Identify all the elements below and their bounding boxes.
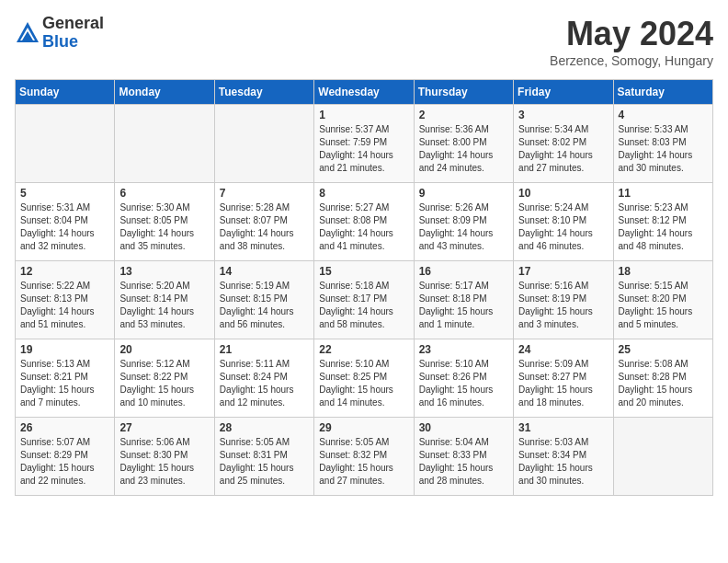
day-info: Sunrise: 5:16 AMSunset: 8:19 PMDaylight:… xyxy=(518,280,608,331)
calendar-cell: 1Sunrise: 5:37 AMSunset: 7:59 PMDaylight… xyxy=(314,105,414,183)
daylight-minutes: and 22 minutes. xyxy=(20,476,85,486)
day-number: 23 xyxy=(419,343,508,356)
sunrise-info: Sunrise: 5:13 AM xyxy=(20,359,90,369)
sunset-info: Sunset: 8:07 PM xyxy=(220,215,288,225)
sunrise-info: Sunrise: 5:07 AM xyxy=(20,437,90,447)
calendar-cell: 7Sunrise: 5:28 AMSunset: 8:07 PMDaylight… xyxy=(214,183,313,261)
day-number: 21 xyxy=(220,343,309,356)
sunset-info: Sunset: 8:28 PM xyxy=(619,372,687,382)
day-number: 30 xyxy=(419,421,508,434)
sunset-info: Sunset: 8:10 PM xyxy=(518,215,586,225)
day-number: 15 xyxy=(319,265,408,278)
daylight-minutes: and 46 minutes. xyxy=(518,241,584,251)
day-number: 16 xyxy=(419,265,508,278)
daylight-hours-label: Daylight: 15 hours xyxy=(20,385,95,395)
weekday-header-thursday: Thursday xyxy=(414,80,513,105)
daylight-minutes: and 38 minutes. xyxy=(220,241,285,251)
day-number: 22 xyxy=(319,343,408,356)
sunset-info: Sunset: 8:22 PM xyxy=(119,372,188,382)
sunrise-info: Sunrise: 5:12 AM xyxy=(119,359,189,369)
sunset-info: Sunset: 8:29 PM xyxy=(20,450,88,460)
calendar-cell: 27Sunrise: 5:06 AMSunset: 8:30 PMDayligh… xyxy=(115,418,214,496)
calendar-cell: 18Sunrise: 5:15 AMSunset: 8:20 PMDayligh… xyxy=(613,261,712,339)
calendar-cell: 15Sunrise: 5:18 AMSunset: 8:17 PMDayligh… xyxy=(314,261,414,339)
calendar-cell: 21Sunrise: 5:11 AMSunset: 8:24 PMDayligh… xyxy=(214,339,313,418)
calendar-cell: 14Sunrise: 5:19 AMSunset: 8:15 PMDayligh… xyxy=(214,261,313,339)
day-info: Sunrise: 5:11 AMSunset: 8:24 PMDaylight:… xyxy=(220,358,309,409)
daylight-hours-label: Daylight: 15 hours xyxy=(119,463,194,473)
day-info: Sunrise: 5:33 AMSunset: 8:03 PMDaylight:… xyxy=(619,123,708,175)
sunrise-info: Sunrise: 5:23 AM xyxy=(619,202,688,213)
sunrise-info: Sunrise: 5:28 AM xyxy=(220,202,290,213)
sunset-info: Sunset: 8:12 PM xyxy=(619,215,687,225)
sunset-info: Sunset: 8:30 PM xyxy=(119,450,188,460)
sunset-info: Sunset: 8:25 PM xyxy=(319,372,387,382)
calendar-cell: 25Sunrise: 5:08 AMSunset: 8:28 PMDayligh… xyxy=(613,339,712,418)
day-info: Sunrise: 5:10 AMSunset: 8:25 PMDaylight:… xyxy=(319,358,408,409)
calendar-cell: 11Sunrise: 5:23 AMSunset: 8:12 PMDayligh… xyxy=(613,183,712,261)
daylight-hours-label: Daylight: 14 hours xyxy=(119,228,194,238)
day-info: Sunrise: 5:23 AMSunset: 8:12 PMDaylight:… xyxy=(619,201,708,253)
logo: General Blue xyxy=(15,15,104,52)
daylight-minutes: and 30 minutes. xyxy=(518,476,584,486)
calendar-cell: 6Sunrise: 5:30 AMSunset: 8:05 PMDaylight… xyxy=(115,183,214,261)
daylight-minutes: and 51 minutes. xyxy=(20,319,85,329)
week-row-3: 12Sunrise: 5:22 AMSunset: 8:13 PMDayligh… xyxy=(16,261,713,339)
sunrise-info: Sunrise: 5:06 AM xyxy=(119,437,189,447)
logo-general-text: General xyxy=(42,15,104,33)
day-info: Sunrise: 5:22 AMSunset: 8:13 PMDaylight:… xyxy=(20,280,109,331)
daylight-minutes: and 3 minutes. xyxy=(518,319,579,329)
daylight-minutes: and 32 minutes. xyxy=(20,241,85,251)
sunset-info: Sunset: 8:34 PM xyxy=(518,450,586,460)
calendar-cell: 19Sunrise: 5:13 AMSunset: 8:21 PMDayligh… xyxy=(16,339,115,418)
calendar-cell: 20Sunrise: 5:12 AMSunset: 8:22 PMDayligh… xyxy=(115,339,214,418)
sunset-info: Sunset: 8:04 PM xyxy=(20,215,88,225)
day-number: 20 xyxy=(119,343,209,356)
sunset-info: Sunset: 8:03 PM xyxy=(619,137,687,147)
day-number: 11 xyxy=(619,187,708,200)
sunset-info: Sunset: 8:00 PM xyxy=(419,137,487,147)
sunrise-info: Sunrise: 5:04 AM xyxy=(419,437,489,447)
sunrise-info: Sunrise: 5:05 AM xyxy=(220,437,290,447)
day-number: 17 xyxy=(518,265,608,278)
calendar-cell: 30Sunrise: 5:04 AMSunset: 8:33 PMDayligh… xyxy=(414,418,513,496)
day-info: Sunrise: 5:15 AMSunset: 8:20 PMDaylight:… xyxy=(619,280,708,331)
calendar-cell: 28Sunrise: 5:05 AMSunset: 8:31 PMDayligh… xyxy=(214,418,313,496)
daylight-hours-label: Daylight: 14 hours xyxy=(319,306,393,316)
day-number: 5 xyxy=(20,187,109,200)
day-info: Sunrise: 5:36 AMSunset: 8:00 PMDaylight:… xyxy=(419,123,508,175)
day-info: Sunrise: 5:18 AMSunset: 8:17 PMDaylight:… xyxy=(319,280,408,331)
sunrise-info: Sunrise: 5:09 AM xyxy=(518,359,588,369)
daylight-minutes: and 28 minutes. xyxy=(419,476,484,486)
day-info: Sunrise: 5:04 AMSunset: 8:33 PMDaylight:… xyxy=(419,436,508,488)
sunrise-info: Sunrise: 5:20 AM xyxy=(119,281,189,291)
sunrise-info: Sunrise: 5:16 AM xyxy=(518,281,588,291)
day-number: 19 xyxy=(20,343,109,356)
week-row-1: 1Sunrise: 5:37 AMSunset: 7:59 PMDaylight… xyxy=(16,105,713,183)
daylight-minutes: and 41 minutes. xyxy=(319,241,384,251)
daylight-hours-label: Daylight: 14 hours xyxy=(518,150,593,160)
daylight-minutes: and 23 minutes. xyxy=(119,476,185,486)
logo-icon xyxy=(15,20,40,46)
sunset-info: Sunset: 8:26 PM xyxy=(419,372,487,382)
daylight-hours-label: Daylight: 15 hours xyxy=(419,463,494,473)
daylight-minutes: and 5 minutes. xyxy=(619,319,679,329)
daylight-minutes: and 43 minutes. xyxy=(419,241,484,251)
sunset-info: Sunset: 8:15 PM xyxy=(220,293,288,304)
day-info: Sunrise: 5:06 AMSunset: 8:30 PMDaylight:… xyxy=(119,436,209,488)
calendar-cell: 12Sunrise: 5:22 AMSunset: 8:13 PMDayligh… xyxy=(16,261,115,339)
calendar-cell: 22Sunrise: 5:10 AMSunset: 8:25 PMDayligh… xyxy=(314,339,414,418)
sunset-info: Sunset: 8:02 PM xyxy=(518,137,586,147)
daylight-hours-label: Daylight: 15 hours xyxy=(419,385,494,395)
header-row: SundayMondayTuesdayWednesdayThursdayFrid… xyxy=(16,80,713,105)
calendar-cell: 9Sunrise: 5:26 AMSunset: 8:09 PMDaylight… xyxy=(414,183,513,261)
daylight-hours-label: Daylight: 15 hours xyxy=(518,306,593,316)
calendar-cell: 2Sunrise: 5:36 AMSunset: 8:00 PMDaylight… xyxy=(414,105,513,183)
daylight-hours-label: Daylight: 14 hours xyxy=(419,228,494,238)
day-number: 8 xyxy=(319,187,408,200)
daylight-minutes: and 10 minutes. xyxy=(119,397,185,408)
daylight-minutes: and 20 minutes. xyxy=(619,397,684,408)
calendar-cell xyxy=(214,105,313,183)
title-area: May 2024 Berzence, Somogy, Hungary xyxy=(550,15,713,68)
weekday-header-friday: Friday xyxy=(514,80,613,105)
